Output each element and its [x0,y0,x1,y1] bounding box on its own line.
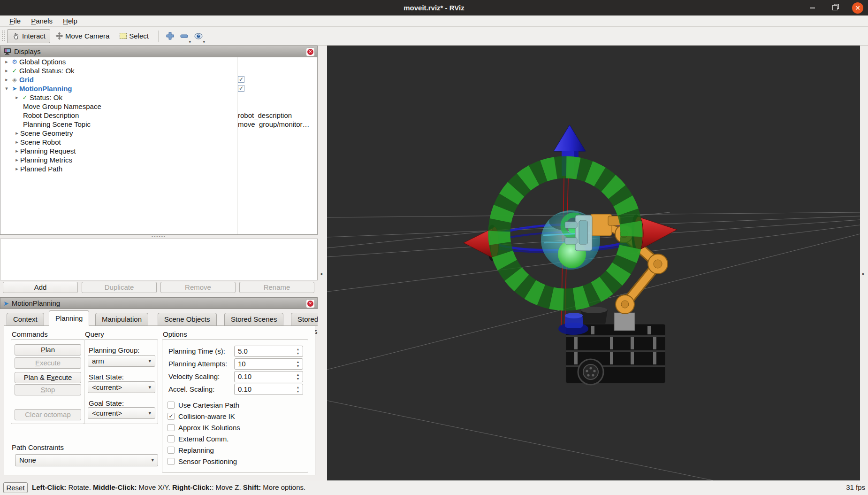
tab-scene-objects[interactable]: Scene Objects [158,313,217,326]
move-camera-tool-button[interactable]: Move Camera [50,29,114,43]
path-constraints-value: None [19,456,36,464]
tab-planning[interactable]: Planning [49,310,89,326]
close-button[interactable]: ✕ [852,2,863,14]
external-comm--checkbox-row[interactable]: External Comm. [168,435,229,443]
collapse-left-icon[interactable]: ◂ [320,271,322,276]
plan-execute-button[interactable]: Plan & Execute [15,372,81,383]
replanning-checkbox-row[interactable]: Replanning [168,446,214,454]
help-segment: Right-Click: [172,483,212,491]
tree-item-value[interactable]: move_group/monitor… [238,120,310,129]
path-constraints-combo[interactable]: None ▾ [15,454,158,466]
planning-group-combo[interactable]: arm▾ [88,355,155,367]
arm-mount-plate [614,313,635,331]
restore-button[interactable] [830,3,840,13]
combo-value: arm [92,357,104,365]
checkbox[interactable] [168,402,175,409]
approx-ik-solutions-checkbox-row[interactable]: Approx IK Solutions [168,424,240,432]
displays-monitor-icon [3,48,11,55]
spin-arrows-icon[interactable]: ▴▾ [294,371,302,382]
menu-item-file[interactable]: File [5,16,25,26]
select-tool-button[interactable]: Select [114,29,153,43]
tree-row[interactable]: ▸Scene Robot [0,138,317,147]
tree-row[interactable]: ▸⚙Global Options [0,57,317,66]
planning-time-s-label: Planning Time (s): [168,347,225,355]
planning-attempts-spinbox[interactable]: 10▴▾ [234,358,303,370]
collapse-right-icon[interactable]: ▸ [862,271,865,276]
focus-eye-icon [194,33,203,39]
tree-row[interactable]: ▸Planned Path [0,164,317,173]
expander-collapsed-icon[interactable]: ▸ [14,139,20,145]
expander-expanded-icon[interactable]: ▾ [3,85,10,92]
expander-collapsed-icon[interactable]: ▸ [14,130,20,136]
3d-viewport[interactable] [327,46,860,480]
displays-panel-header[interactable]: Displays ✕ [0,46,318,57]
zoom-out-button[interactable]: ▾ [177,29,191,43]
query-groupbox: Planning Group:arm▾Start State:<current>… [84,339,158,424]
focus-camera-button[interactable]: ▾ [191,29,206,43]
checkbox-checked[interactable]: ✓ [168,413,175,420]
expander-collapsed-icon[interactable]: ▸ [14,166,20,172]
checkbox[interactable] [168,424,175,431]
display-enabled-checkbox[interactable]: ✓ [238,76,244,83]
spin-arrows-icon[interactable]: ▴▾ [294,384,302,394]
expander-collapsed-icon[interactable]: ▸ [3,59,10,65]
tree-row[interactable]: ▸✓Global Status: Ok [0,66,317,75]
checkbox[interactable] [168,458,175,465]
tab-stored-scenes[interactable]: Stored Scenes [224,313,283,326]
tree-row[interactable]: Planning Scene Topicmove_group/monitor… [0,120,317,129]
zoom-in-button[interactable] [163,29,177,43]
menu-item-help[interactable]: Help [58,16,82,26]
menu-item-panels[interactable]: Panels [26,16,57,26]
spin-arrows-icon[interactable]: ▴▾ [294,359,302,369]
spin-value: 5.0 [238,347,248,355]
tree-item-label: Planning Request [20,147,76,155]
goal-state-combo[interactable]: <current>▾ [88,407,155,419]
chevron-down-icon: ▾ [148,382,151,393]
tree-row[interactable]: ▾➤MotionPlanning✓ [0,84,317,93]
tree-row[interactable]: ▸Planning Metrics [0,155,317,164]
checkbox[interactable] [168,447,175,454]
plan-button[interactable]: Plan [15,344,81,356]
velocity-scaling-spinbox[interactable]: 0.10▴▾ [234,371,303,382]
add-display-button[interactable]: Add [3,282,78,293]
planning-time-s-spinbox[interactable]: 5.0▴▾ [234,346,303,357]
right-splitter-gutter[interactable]: ▸ [860,46,868,480]
clear-octomap-button: Clear octomap [15,409,81,420]
expander-collapsed-icon[interactable]: ▸ [14,94,20,101]
close-icon: ✕ [307,49,313,55]
use-cartesian-path-checkbox-row[interactable]: Use Cartesian Path [168,401,239,409]
sensor-positioning-checkbox-row[interactable]: Sensor Positioning [168,457,237,465]
tree-row[interactable]: Move Group Namespace [0,102,317,111]
interact-tool-button[interactable]: Interact [7,29,50,43]
help-segment: : Move Z. [212,483,243,491]
tree-item-value[interactable]: robot_description [238,111,292,120]
start-state-combo[interactable]: <current>▾ [88,381,155,393]
tree-row[interactable]: ▸Planning Request [0,147,317,155]
display-enabled-checkbox[interactable]: ✓ [238,85,244,92]
spin-arrows-icon[interactable]: ▴▾ [294,346,302,356]
motionplanning-panel-header[interactable]: ➤ MotionPlanning ✕ [0,297,318,309]
expander-collapsed-icon[interactable]: ▸ [3,77,10,83]
left-splitter-gutter[interactable]: ◂ [318,46,327,480]
expander-collapsed-icon[interactable]: ▸ [14,148,20,154]
tree-row[interactable]: ▸◈Grid✓ [0,75,317,84]
collision-aware-ik-checkbox-row[interactable]: ✓Collision-aware IK [168,412,235,420]
reset-button[interactable]: Reset [3,482,28,493]
minimize-button[interactable] [807,3,817,13]
tree-row[interactable]: ▸✓Status: Ok [0,93,317,102]
expander-collapsed-icon[interactable]: ▸ [3,68,10,74]
tab-manipulation[interactable]: Manipulation [95,313,148,326]
tree-row[interactable]: Robot Descriptionrobot_description [0,111,317,120]
expander-collapsed-icon[interactable]: ▸ [14,157,20,163]
minus-icon [180,34,188,38]
tab-context[interactable]: Context [7,313,44,326]
motionplanning-close-button[interactable]: ✕ [306,299,315,308]
displays-close-button[interactable]: ✕ [306,47,315,56]
checkbox[interactable] [168,435,175,442]
toolbar-drag-handle[interactable] [1,30,5,42]
path-constraints-label: Path Constraints [12,443,64,451]
panel-splitter[interactable]: •••••• [0,235,318,239]
accel-scaling-spinbox[interactable]: 0.10▴▾ [234,384,303,395]
velocity-scaling-label: Velocity Scaling: [168,372,220,380]
tree-row[interactable]: ▸Scene Geometry [0,129,317,138]
